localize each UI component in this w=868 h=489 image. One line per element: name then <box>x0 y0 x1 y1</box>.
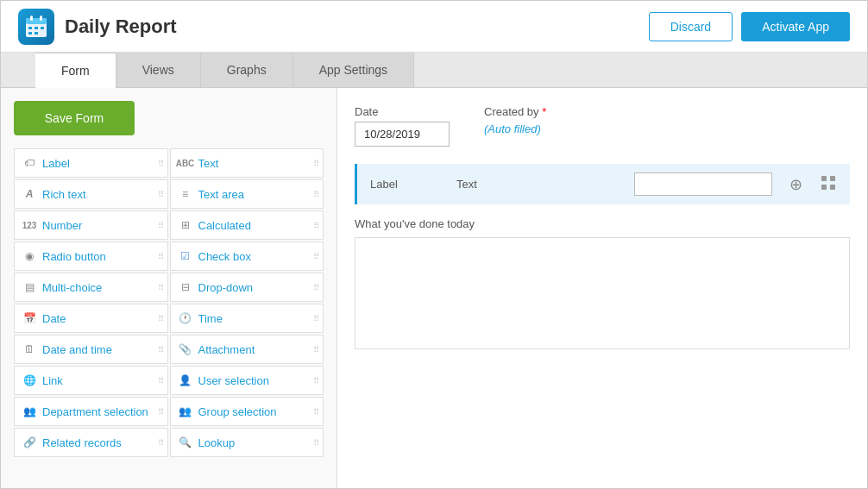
drag-dots: ⠿ <box>313 221 319 230</box>
col-label-header: Label <box>370 178 439 191</box>
right-panel: Date Created by * (Auto filled) Label Te… <box>337 88 867 488</box>
drag-dots: ⠿ <box>158 407 164 417</box>
date-input[interactable] <box>355 122 450 147</box>
tab-app-settings[interactable]: App Settings <box>293 53 414 87</box>
drag-dots: ⠿ <box>313 438 319 448</box>
drag-dots: ⠿ <box>313 314 319 323</box>
svg-rect-9 <box>821 176 827 181</box>
auto-filled-text: (Auto filled) <box>484 122 541 135</box>
header-left: Daily Report <box>18 9 177 45</box>
app-icon <box>18 9 54 45</box>
done-today-section: What you've done today <box>355 217 850 352</box>
drag-dots: ⠿ <box>158 376 164 386</box>
field-item-user-selection[interactable]: 👤 User selection ⠿ <box>170 366 324 395</box>
attachment-icon: 📎 <box>178 342 193 357</box>
label-text-row: Label Text ⊕ <box>355 164 850 204</box>
drag-dots: ⠿ <box>158 438 164 448</box>
radio-icon: ◉ <box>22 248 37 264</box>
field-item-multi-choice[interactable]: ▤ Multi-choice ⠿ <box>14 273 168 302</box>
field-item-related[interactable]: 🔗 Related records ⠿ <box>14 428 168 457</box>
drag-dots: ⠿ <box>313 252 319 261</box>
drag-dots: ⠿ <box>158 221 164 230</box>
svg-rect-1 <box>26 18 47 24</box>
done-today-textarea[interactable] <box>355 237 850 349</box>
drag-dots: ⠿ <box>313 345 319 354</box>
label-icon: 🏷 <box>22 155 37 171</box>
field-item-lookup[interactable]: 🔍 Lookup ⠿ <box>170 428 324 457</box>
group-icon: 👥 <box>178 404 193 419</box>
drag-dots: ⠿ <box>158 314 164 323</box>
field-item-link[interactable]: 🌐 Link ⠿ <box>14 366 168 395</box>
tab-graphs[interactable]: Graphs <box>201 53 293 87</box>
field-item-attachment[interactable]: 📎 Attachment ⠿ <box>170 335 324 364</box>
header: Daily Report Discard Activate App <box>1 1 867 53</box>
header-actions: Discard Activate App <box>649 12 850 41</box>
svg-rect-7 <box>28 32 32 34</box>
field-item-checkbox[interactable]: ☑ Check box ⠿ <box>170 241 324 271</box>
calendar-icon <box>24 15 48 39</box>
svg-rect-11 <box>821 185 827 190</box>
drag-dots: ⠿ <box>313 283 319 292</box>
drag-handle-icon[interactable]: ⊕ <box>789 175 802 194</box>
checkbox-icon: ☑ <box>178 248 193 264</box>
field-item-rich-text[interactable]: A Rich text ⠿ <box>14 179 168 209</box>
field-item-calculated[interactable]: ⊞ Calculated ⠿ <box>170 210 324 240</box>
date-label: Date <box>355 105 450 118</box>
drag-dots: ⠿ <box>158 159 164 168</box>
link-icon: 🌐 <box>22 373 37 388</box>
drag-dots: ⠿ <box>313 190 319 199</box>
field-item-department[interactable]: 👥 Department selection ⠿ <box>14 397 168 426</box>
date-field-group: Date <box>355 105 450 147</box>
svg-rect-8 <box>35 32 38 34</box>
text-icon: ABC <box>178 155 193 171</box>
multi-choice-icon: ▤ <box>22 279 37 295</box>
tab-form[interactable]: Form <box>35 53 116 88</box>
field-item-dropdown[interactable]: ⊟ Drop-down ⠿ <box>170 273 324 302</box>
department-icon: 👥 <box>22 404 37 419</box>
rich-text-icon: A <box>22 186 37 202</box>
field-item-date[interactable]: 📅 Date ⠿ <box>14 304 168 333</box>
grid-settings-icon[interactable] <box>820 174 837 194</box>
field-item-time[interactable]: 🕐 Time ⠿ <box>170 304 324 333</box>
created-by-label: Created by * <box>484 105 546 118</box>
save-form-button[interactable]: Save Form <box>14 101 135 135</box>
user-selection-icon: 👤 <box>178 373 193 388</box>
svg-rect-2 <box>30 16 33 21</box>
discard-button[interactable]: Discard <box>649 12 733 41</box>
drag-dots: ⠿ <box>313 407 319 417</box>
svg-rect-6 <box>41 27 44 29</box>
row-text-input[interactable] <box>634 172 772 196</box>
datetime-icon: 🗓 <box>22 342 37 357</box>
related-icon: 🔗 <box>22 435 37 450</box>
col-text-header: Text <box>456 178 617 191</box>
dropdown-icon: ⊟ <box>178 279 193 295</box>
field-item-radio[interactable]: ◉ Radio button ⠿ <box>14 241 168 271</box>
activate-button[interactable]: Activate App <box>741 12 850 41</box>
tabs-bar: Form Views Graphs App Settings <box>1 53 867 88</box>
text-area-icon: ≡ <box>178 186 193 202</box>
field-item-text[interactable]: ABC Text ⠿ <box>170 148 324 178</box>
drag-dots: ⠿ <box>158 252 164 261</box>
field-item-text-area[interactable]: ≡ Text area ⠿ <box>170 179 324 209</box>
number-icon: 123 <box>22 217 37 233</box>
time-icon: 🕐 <box>178 310 193 326</box>
drag-dots: ⠿ <box>313 159 319 168</box>
field-item-label[interactable]: 🏷 Label ⠿ <box>14 148 168 178</box>
svg-rect-4 <box>28 27 32 29</box>
app-container: Daily Report Discard Activate App Form V… <box>0 0 868 489</box>
svg-rect-10 <box>830 176 835 181</box>
calculated-icon: ⊞ <box>178 217 193 233</box>
tab-views[interactable]: Views <box>116 53 201 87</box>
date-icon: 📅 <box>22 310 37 326</box>
field-item-datetime[interactable]: 🗓 Date and time ⠿ <box>14 335 168 364</box>
main-content: Save Form 🏷 Label ⠿ ABC Text ⠿ A Rich t <box>1 88 867 488</box>
created-by-group: Created by * (Auto filled) <box>484 105 546 135</box>
app-title: Daily Report <box>65 16 177 38</box>
field-item-number[interactable]: 123 Number ⠿ <box>14 210 168 240</box>
svg-rect-3 <box>40 16 42 21</box>
svg-rect-5 <box>35 27 38 29</box>
lookup-icon: 🔍 <box>178 435 193 450</box>
done-today-label: What you've done today <box>355 217 850 230</box>
field-item-group[interactable]: 👥 Group selection ⠿ <box>170 397 324 426</box>
form-top-row: Date Created by * (Auto filled) <box>355 105 850 147</box>
